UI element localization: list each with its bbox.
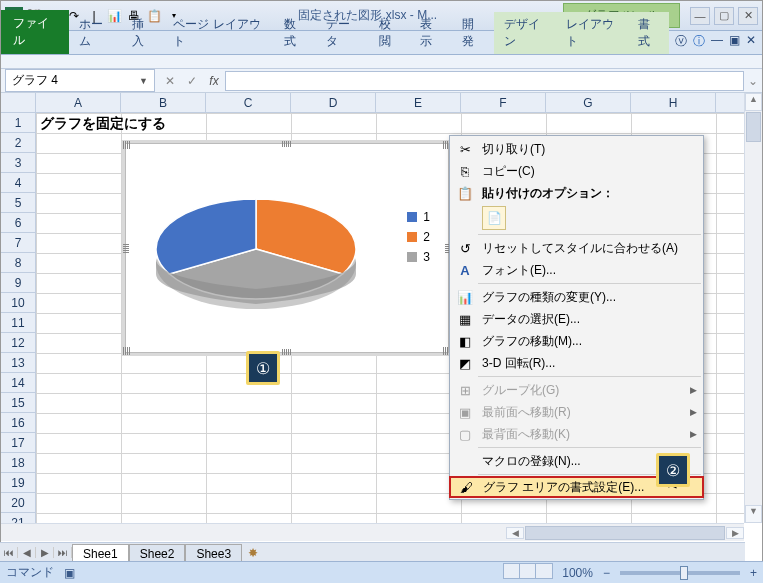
col-header[interactable]: B	[121, 93, 206, 113]
tab-insert[interactable]: 挿入	[122, 12, 164, 54]
zoom-slider-thumb[interactable]	[680, 566, 688, 580]
row-header[interactable]: 17	[1, 433, 36, 453]
name-box[interactable]: グラフ 4 ▼	[5, 69, 155, 92]
row-header[interactable]: 20	[1, 493, 36, 513]
row-header[interactable]: 19	[1, 473, 36, 493]
col-header[interactable]: G	[546, 93, 631, 113]
chart-legend[interactable]: 1 2 3	[407, 204, 430, 270]
zoom-level[interactable]: 100%	[562, 566, 593, 580]
menu-move-chart[interactable]: ◧グラフの移動(M)...	[450, 330, 703, 352]
resize-handle[interactable]	[123, 141, 131, 149]
tab-data[interactable]: データ	[316, 12, 369, 54]
scroll-right-icon[interactable]: ▶	[726, 527, 744, 539]
sheet-tab[interactable]: Shee3	[185, 544, 242, 563]
new-sheet-icon[interactable]: ✸	[242, 546, 264, 560]
sheet-tab[interactable]: Shee2	[129, 544, 186, 563]
maximize-button[interactable]: ▢	[714, 7, 734, 25]
scroll-up-icon[interactable]: ▲	[745, 93, 762, 111]
minimize-ribbon-icon[interactable]: ⓥ	[675, 33, 687, 50]
resize-handle[interactable]	[282, 141, 292, 147]
resize-handle[interactable]	[123, 347, 131, 355]
resize-handle[interactable]	[123, 243, 129, 253]
sheet-nav-next-icon[interactable]: ▶	[36, 547, 54, 558]
row-header[interactable]: 15	[1, 393, 36, 413]
minimize-button[interactable]: —	[690, 7, 710, 25]
sheet-tab-active[interactable]: Shee1	[72, 544, 129, 563]
sheet-nav-first-icon[interactable]: ⏮	[0, 547, 18, 558]
row-header[interactable]: 3	[1, 153, 36, 173]
cell-grid[interactable]: グラフを固定にする	[36, 113, 744, 523]
col-header[interactable]: E	[376, 93, 461, 113]
menu-change-chart-type[interactable]: 📊グラフの種類の変更(Y)...	[450, 286, 703, 308]
scroll-down-icon[interactable]: ▼	[745, 505, 762, 523]
mdi-minimize-icon[interactable]: —	[711, 33, 723, 50]
tab-design[interactable]: デザイン	[494, 12, 556, 54]
tab-developer[interactable]: 開発	[452, 12, 494, 54]
menu-label: 貼り付けのオプション：	[476, 185, 697, 202]
menu-font[interactable]: Aフォント(E)...	[450, 259, 703, 281]
row-header[interactable]: 12	[1, 333, 36, 353]
row-header[interactable]: 13	[1, 353, 36, 373]
select-all-corner[interactable]	[1, 93, 36, 113]
col-header[interactable]: F	[461, 93, 546, 113]
horizontal-scrollbar[interactable]: ◀ ▶	[1, 523, 744, 541]
chart-object[interactable]: 1 2 3	[125, 143, 449, 353]
mdi-close-icon[interactable]: ✕	[746, 33, 756, 50]
sheet-nav-last-icon[interactable]: ⏭	[54, 547, 72, 558]
pie-chart[interactable]	[146, 174, 366, 324]
zoom-in-icon[interactable]: +	[750, 566, 757, 580]
row-header[interactable]: 4	[1, 173, 36, 193]
vertical-scrollbar[interactable]: ▲ ▼	[744, 93, 762, 523]
menu-label: グラフの移動(M)...	[476, 333, 697, 350]
tab-review[interactable]: 校閲	[369, 12, 411, 54]
col-header[interactable]: H	[631, 93, 716, 113]
row-header[interactable]: 16	[1, 413, 36, 433]
menu-select-data[interactable]: ▦データの選択(E)...	[450, 308, 703, 330]
scroll-left-icon[interactable]: ◀	[506, 527, 524, 539]
expand-formula-icon[interactable]: ⌄	[744, 74, 762, 88]
zoom-slider[interactable]	[620, 571, 740, 575]
tab-home[interactable]: ホーム	[69, 12, 122, 54]
row-header[interactable]: 6	[1, 213, 36, 233]
tab-pagelayout[interactable]: ページ レイアウト	[163, 12, 273, 54]
row-header[interactable]: 14	[1, 373, 36, 393]
menu-cut[interactable]: ✂切り取り(T)	[450, 138, 703, 160]
view-pagebreak-icon[interactable]	[535, 563, 553, 579]
mdi-restore-icon[interactable]: ▣	[729, 33, 740, 50]
tab-file[interactable]: ファイル	[1, 10, 69, 54]
row-header[interactable]: 9	[1, 273, 36, 293]
tab-formulas[interactable]: 数式	[274, 12, 316, 54]
sheet-nav-prev-icon[interactable]: ◀	[18, 547, 36, 558]
menu-3d-rotation[interactable]: ◩3-D 回転(R)...	[450, 352, 703, 374]
close-button[interactable]: ✕	[738, 7, 758, 25]
row-header[interactable]: 2	[1, 133, 36, 153]
name-box-dropdown-icon[interactable]: ▼	[139, 76, 148, 86]
row-header[interactable]: 1	[1, 113, 36, 133]
column-headers: A B C D E F G H I	[36, 93, 744, 113]
col-header[interactable]: A	[36, 93, 121, 113]
menu-reset-style[interactable]: ↺リセットしてスタイルに合わせる(A)	[450, 237, 703, 259]
row-header[interactable]: 5	[1, 193, 36, 213]
row-header[interactable]: 8	[1, 253, 36, 273]
zoom-out-icon[interactable]: −	[603, 566, 610, 580]
scroll-thumb[interactable]	[746, 112, 761, 142]
row-header[interactable]: 11	[1, 313, 36, 333]
tab-layout[interactable]: レイアウト	[556, 12, 628, 54]
cancel-formula-icon[interactable]: ✕	[159, 74, 181, 88]
resize-handle[interactable]	[282, 349, 292, 355]
paste-option-button[interactable]: 📄	[482, 206, 506, 230]
tab-format[interactable]: 書式	[628, 12, 669, 54]
row-header[interactable]: 7	[1, 233, 36, 253]
enter-formula-icon[interactable]: ✓	[181, 74, 203, 88]
row-header[interactable]: 18	[1, 453, 36, 473]
macro-record-icon[interactable]: ▣	[64, 566, 75, 580]
help-icon[interactable]: ⓘ	[693, 33, 705, 50]
col-header[interactable]: C	[206, 93, 291, 113]
col-header[interactable]: D	[291, 93, 376, 113]
menu-copy[interactable]: ⎘コピー(C)	[450, 160, 703, 182]
formula-input[interactable]	[225, 71, 744, 91]
tab-view[interactable]: 表示	[410, 12, 452, 54]
scroll-thumb[interactable]	[525, 526, 725, 540]
fx-icon[interactable]: fx	[203, 74, 225, 88]
row-header[interactable]: 10	[1, 293, 36, 313]
